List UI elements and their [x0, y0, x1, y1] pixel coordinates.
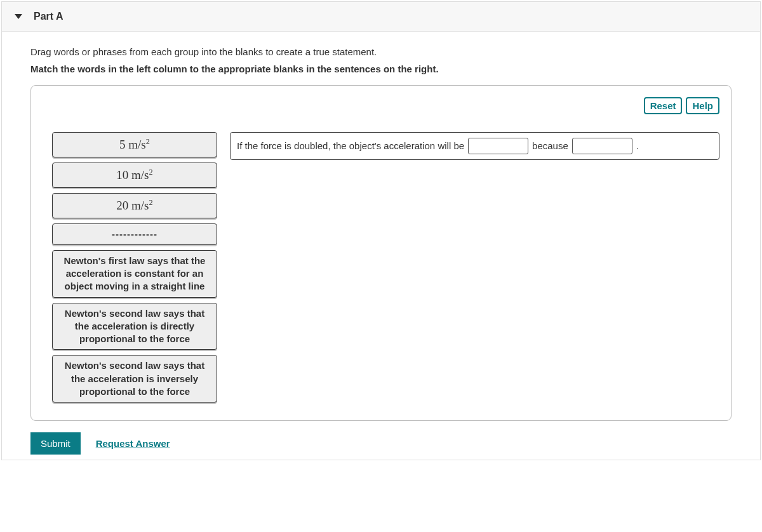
- choice-5ms2[interactable]: 5 m/s2: [52, 132, 217, 157]
- toolbar: Reset Help: [43, 97, 719, 114]
- part-title: Part A: [34, 11, 64, 22]
- drop-target-1[interactable]: [468, 138, 528, 154]
- drop-target-2[interactable]: [572, 138, 632, 154]
- sentence-box: If the force is doubled, the object's ac…: [230, 132, 719, 160]
- instruction-line-1: Drag words or phrases from each group in…: [30, 43, 732, 60]
- choice-newton-second-inverse[interactable]: Newton's second law says that the accele…: [52, 355, 217, 402]
- choices-column: 5 m/s2 10 m/s2 20 m/s2 ------------ Newt…: [43, 132, 217, 402]
- choice-newton-first[interactable]: Newton's first law says that the acceler…: [52, 250, 217, 298]
- instructions: Drag words or phrases from each group in…: [2, 32, 760, 85]
- instruction-line-2: Match the words in the left column to th…: [30, 60, 732, 77]
- part-container: Part A Drag words or phrases from each g…: [1, 1, 761, 460]
- sentence-part-3: .: [636, 138, 639, 154]
- submit-button[interactable]: Submit: [30, 432, 81, 455]
- columns: 5 m/s2 10 m/s2 20 m/s2 ------------ Newt…: [43, 132, 719, 402]
- sentence-part-2: because: [532, 138, 568, 154]
- footer: Submit Request Answer: [2, 421, 760, 460]
- sentence-part-1: If the force is doubled, the object's ac…: [237, 138, 464, 154]
- choice-10ms2[interactable]: 10 m/s2: [52, 163, 217, 188]
- request-answer-link[interactable]: Request Answer: [96, 438, 170, 449]
- choice-divider[interactable]: ------------: [52, 223, 217, 245]
- reset-button[interactable]: Reset: [644, 97, 683, 114]
- work-area: Reset Help 5 m/s2 10 m/s2 20 m/s2 ------…: [30, 85, 732, 421]
- choice-20ms2[interactable]: 20 m/s2: [52, 193, 217, 218]
- choice-newton-second-direct[interactable]: Newton's second law says that the accele…: [52, 303, 217, 350]
- part-header[interactable]: Part A: [2, 2, 760, 32]
- caret-down-icon: [15, 14, 22, 19]
- help-button[interactable]: Help: [686, 97, 719, 114]
